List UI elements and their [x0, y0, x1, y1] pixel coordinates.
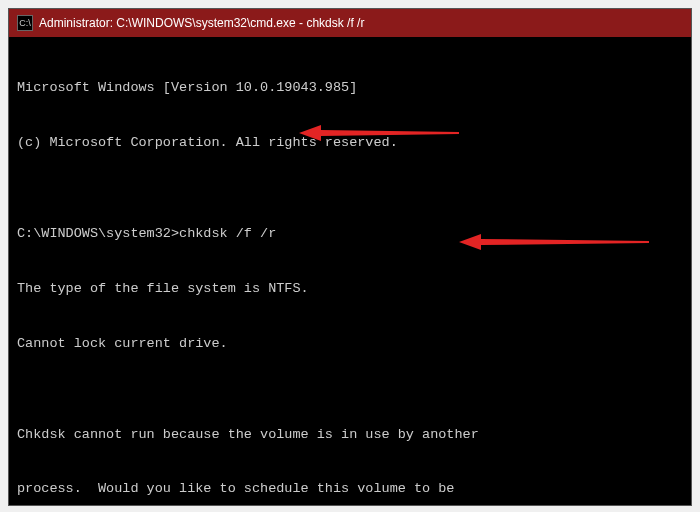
cmd-icon: C:\ — [17, 15, 33, 31]
version-line: Microsoft Windows [Version 10.0.19043.98… — [17, 79, 683, 97]
terminal-area[interactable]: Microsoft Windows [Version 10.0.19043.98… — [9, 37, 691, 505]
prompt-text: C:\WINDOWS\system32> — [17, 226, 179, 241]
output-lock-fail: Cannot lock current drive. — [17, 335, 683, 353]
command-prompt-window: C:\ Administrator: C:\WINDOWS\system32\c… — [8, 8, 692, 506]
output-fs-type: The type of the file system is NTFS. — [17, 280, 683, 298]
copyright-line: (c) Microsoft Corporation. All rights re… — [17, 134, 683, 152]
output-chkdsk-msg2: process. Would you like to schedule this… — [17, 480, 683, 498]
command-line: C:\WINDOWS\system32>chkdsk /f /r — [17, 225, 683, 243]
titlebar[interactable]: C:\ Administrator: C:\WINDOWS\system32\c… — [9, 9, 691, 37]
annotation-arrow-2 — [459, 196, 649, 289]
typed-command: chkdsk /f /r — [179, 226, 276, 241]
window-title: Administrator: C:\WINDOWS\system32\cmd.e… — [39, 16, 364, 30]
output-chkdsk-msg1: Chkdsk cannot run because the volume is … — [17, 426, 683, 444]
